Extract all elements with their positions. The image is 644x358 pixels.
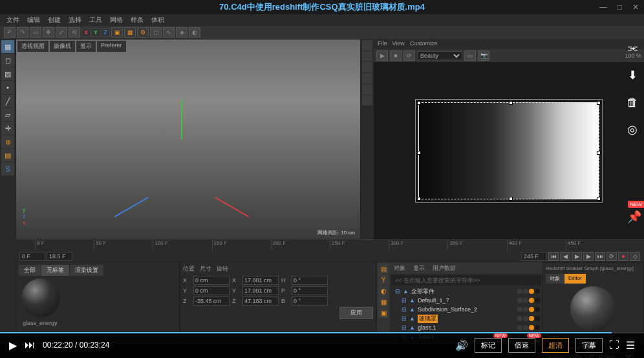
cube-primitive[interactable]: ◻ <box>150 27 162 38</box>
settings-icon[interactable]: ◎ <box>623 120 641 139</box>
tl-last[interactable]: ⏭ <box>595 252 605 261</box>
objcol-1[interactable]: ▤ <box>378 263 389 274</box>
redo-button[interactable]: ↷ <box>17 27 28 38</box>
object-mode[interactable]: ◻ <box>1 54 14 67</box>
rv-view[interactable]: View <box>392 40 405 48</box>
quality-button[interactable]: 超清 <box>542 338 569 353</box>
move-tool[interactable]: ✥ <box>43 27 54 38</box>
viewport[interactable]: 透视视图 摄像机 显示 Preferer yzx 网格间距: 10 cm <box>16 39 361 240</box>
undo-button[interactable]: ↶ <box>4 27 16 38</box>
rv-file[interactable]: File <box>378 40 387 48</box>
rot-b[interactable] <box>292 296 328 306</box>
render-region[interactable]: ▦ <box>124 27 136 38</box>
mattab-render[interactable]: 渲染设置 <box>70 265 103 276</box>
tl-current[interactable] <box>47 252 72 261</box>
playlist-button[interactable]: ☰ <box>626 339 635 352</box>
render-button[interactable]: ▣ <box>111 27 123 38</box>
max-button[interactable]: □ <box>617 3 622 12</box>
tl-key[interactable]: ◇ <box>630 252 640 261</box>
coord-rot[interactable]: 旋转 <box>217 265 228 273</box>
model-mode[interactable]: ▦ <box>1 40 14 53</box>
vp-tool-3[interactable] <box>362 62 372 73</box>
coord-size[interactable]: 尺寸 <box>200 265 211 273</box>
objhead-obj[interactable]: 对象 <box>394 264 405 273</box>
mattab-all[interactable]: 全部 <box>19 265 41 276</box>
objcol-3[interactable]: ◐ <box>378 285 389 296</box>
shtab-obj[interactable]: 对象 <box>546 274 564 284</box>
tl-start[interactable] <box>19 252 45 261</box>
render-settings[interactable]: ⚙ <box>137 27 149 38</box>
delete-icon[interactable]: 🗑 <box>623 93 641 111</box>
spline-primitive[interactable]: ∿ <box>163 27 175 38</box>
pin-icon[interactable]: 📌 <box>627 210 641 224</box>
vp-tab-cam[interactable]: 摄像机 <box>50 41 75 52</box>
size-z[interactable] <box>242 296 279 306</box>
vp-tab-pref[interactable]: Preferer <box>97 41 126 52</box>
vp-tool-6[interactable] <box>362 95 372 106</box>
objhead-disp[interactable]: 显示 <box>413 264 425 273</box>
rv-customize[interactable]: Customize <box>410 40 438 48</box>
axis-mode[interactable]: ✛ <box>1 122 14 135</box>
rv-snapshot[interactable]: 📷 <box>478 50 489 61</box>
tl-next[interactable]: ▶ <box>583 252 594 261</box>
axis-z[interactable]: Z <box>101 28 110 37</box>
menu-file[interactable]: 文件 <box>6 16 19 25</box>
size-x[interactable] <box>242 276 279 285</box>
rv-ipr[interactable]: ⟳ <box>403 50 415 61</box>
vp-tool-1[interactable] <box>362 40 372 50</box>
mattab-notag[interactable]: 无标签 <box>41 265 69 276</box>
generator[interactable]: ◈ <box>176 27 188 38</box>
tl-end[interactable] <box>521 252 547 261</box>
timeline-ruler[interactable]: 0 F50 F100 F150 F200 F250 F300 F350 F400… <box>16 240 644 251</box>
rv-aov[interactable]: Beauty <box>417 51 462 60</box>
obj-item[interactable]: ⊟▲glass.1 <box>390 323 542 332</box>
edge-mode[interactable]: ╱ <box>1 95 14 107</box>
shader-preview[interactable] <box>570 286 616 331</box>
menu-select[interactable]: 选择 <box>69 16 81 25</box>
menu-edit[interactable]: 编辑 <box>27 16 40 25</box>
size-y[interactable] <box>242 286 279 295</box>
rv-render[interactable]: ▶ <box>376 50 388 61</box>
tl-rec[interactable]: ● <box>618 252 628 261</box>
objhead-user[interactable]: 用户数据 <box>433 264 456 273</box>
coord-apply[interactable]: 应用 <box>339 307 373 319</box>
min-button[interactable]: — <box>599 3 607 12</box>
play-pause-button[interactable]: ▶ <box>9 339 17 352</box>
pos-y[interactable] <box>193 286 230 295</box>
axis-x[interactable]: X <box>81 28 91 37</box>
rot-h[interactable] <box>292 276 328 285</box>
tl-loop[interactable]: ⟳ <box>606 252 617 261</box>
menu-volume[interactable]: 体积 <box>151 16 164 25</box>
objcol-4[interactable]: ▦ <box>378 296 389 307</box>
vp-tab-disp[interactable]: 显示 <box>76 41 96 52</box>
rot-p[interactable] <box>292 286 328 295</box>
rotate-tool[interactable]: ⟲ <box>69 27 80 38</box>
menu-tool[interactable]: 工具 <box>89 16 102 25</box>
rv-stop[interactable]: ■ <box>390 50 402 61</box>
obj-item[interactable]: ⊟▲Subdivision_Surface_2 <box>390 305 542 314</box>
menu-create[interactable]: 创建 <box>48 16 61 25</box>
mark-button[interactable]: 标记NEW <box>475 338 502 353</box>
volume-icon[interactable]: 🔊 <box>455 339 468 352</box>
pos-x[interactable] <box>193 276 230 285</box>
fullscreen-button[interactable]: ⛶ <box>609 339 619 351</box>
workplane[interactable]: ▤ <box>1 149 14 162</box>
menu-mesh[interactable]: 网格 <box>110 16 123 25</box>
vp-tool-2[interactable] <box>362 51 372 62</box>
select-tool[interactable]: ▭ <box>30 27 41 38</box>
obj-item[interactable]: ⊟▲Default_1_7 <box>390 296 542 305</box>
pos-z[interactable] <box>193 296 230 306</box>
obj-search[interactable]: << 在此输入您要搜索的字符串>> <box>391 275 541 285</box>
point-mode[interactable]: • <box>1 81 14 94</box>
progress-bar[interactable] <box>0 332 644 333</box>
menu-spline[interactable]: 样条 <box>131 16 144 25</box>
texture-mode[interactable]: ▧ <box>1 67 14 80</box>
vp-tool-5[interactable] <box>362 84 372 95</box>
download-icon[interactable]: ⬇ <box>623 66 641 84</box>
close-button[interactable]: ✕ <box>632 3 639 12</box>
soft-select[interactable]: S <box>1 162 14 175</box>
deformer[interactable]: ◐ <box>189 27 200 38</box>
vp-tab-persp[interactable]: 透视视图 <box>17 41 48 52</box>
tl-prev[interactable]: ◀ <box>560 252 570 261</box>
shtab-editor[interactable]: Editor <box>564 274 586 284</box>
